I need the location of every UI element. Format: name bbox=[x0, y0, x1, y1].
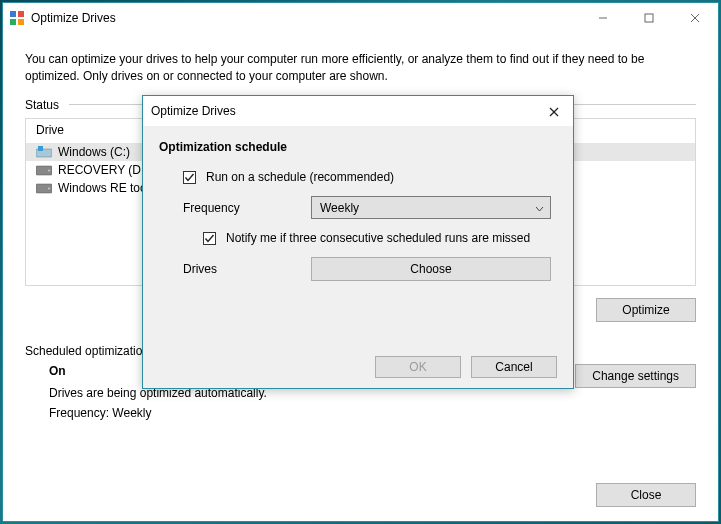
drive-icon bbox=[36, 164, 52, 176]
svg-rect-1 bbox=[18, 11, 24, 17]
optimize-button[interactable]: Optimize bbox=[596, 298, 696, 322]
svg-rect-2 bbox=[10, 19, 16, 25]
scheduled-label: Scheduled optimization bbox=[25, 344, 149, 358]
drive-name: Windows (C:) bbox=[58, 145, 130, 159]
change-settings-button[interactable]: Change settings bbox=[575, 364, 696, 388]
checkmark-icon bbox=[204, 233, 215, 244]
optimization-schedule-dialog: Optimize Drives Optimization schedule Ru… bbox=[142, 95, 574, 389]
svg-rect-5 bbox=[645, 14, 653, 22]
checkmark-icon bbox=[184, 172, 195, 183]
intro-text: You can optimize your drives to help you… bbox=[25, 51, 696, 86]
dialog-heading: Optimization schedule bbox=[159, 140, 551, 154]
maximize-button[interactable] bbox=[626, 3, 672, 33]
run-schedule-row: Run on a schedule (recommended) bbox=[159, 170, 551, 184]
frequency-value: Weekly bbox=[320, 201, 359, 215]
drive-name: Windows RE tools bbox=[58, 181, 155, 195]
notify-label: Notify me if three consecutive scheduled… bbox=[226, 231, 530, 245]
svg-rect-3 bbox=[18, 19, 24, 25]
status-label: Status bbox=[25, 98, 59, 112]
chevron-down-icon bbox=[535, 201, 544, 215]
run-schedule-checkbox[interactable] bbox=[183, 171, 196, 184]
svg-point-13 bbox=[48, 187, 50, 189]
schedule-frequency-text: Frequency: Weekly bbox=[49, 406, 575, 420]
svg-point-11 bbox=[48, 169, 50, 171]
dialog-title: Optimize Drives bbox=[151, 104, 236, 118]
window-footer: Close bbox=[596, 483, 696, 507]
svg-rect-0 bbox=[10, 11, 16, 17]
frequency-select[interactable]: Weekly bbox=[311, 196, 551, 219]
drive-name: RECOVERY (D:) bbox=[58, 163, 148, 177]
drives-row: Drives Choose bbox=[159, 257, 551, 281]
drives-label: Drives bbox=[183, 262, 311, 276]
close-window-button[interactable] bbox=[672, 3, 718, 33]
drive-icon bbox=[36, 182, 52, 194]
cancel-button[interactable]: Cancel bbox=[471, 356, 557, 378]
dialog-titlebar: Optimize Drives bbox=[143, 96, 573, 126]
svg-rect-9 bbox=[38, 146, 43, 151]
ok-button[interactable]: OK bbox=[375, 356, 461, 378]
drive-windows-icon bbox=[36, 146, 52, 158]
frequency-row: Frequency Weekly bbox=[159, 196, 551, 219]
window-controls bbox=[580, 3, 718, 33]
defrag-app-icon bbox=[9, 10, 25, 26]
run-schedule-label: Run on a schedule (recommended) bbox=[206, 170, 394, 184]
window-titlebar: Optimize Drives bbox=[3, 3, 718, 33]
dialog-close-button[interactable] bbox=[541, 102, 567, 122]
choose-drives-button[interactable]: Choose bbox=[311, 257, 551, 281]
frequency-label: Frequency bbox=[183, 201, 311, 215]
notify-checkbox[interactable] bbox=[203, 232, 216, 245]
close-button[interactable]: Close bbox=[596, 483, 696, 507]
dialog-footer: OK Cancel bbox=[143, 346, 573, 388]
dialog-body: Optimization schedule Run on a schedule … bbox=[143, 126, 573, 303]
minimize-button[interactable] bbox=[580, 3, 626, 33]
notify-row: Notify me if three consecutive scheduled… bbox=[159, 231, 551, 245]
window-title: Optimize Drives bbox=[31, 11, 116, 25]
close-icon bbox=[549, 107, 559, 117]
